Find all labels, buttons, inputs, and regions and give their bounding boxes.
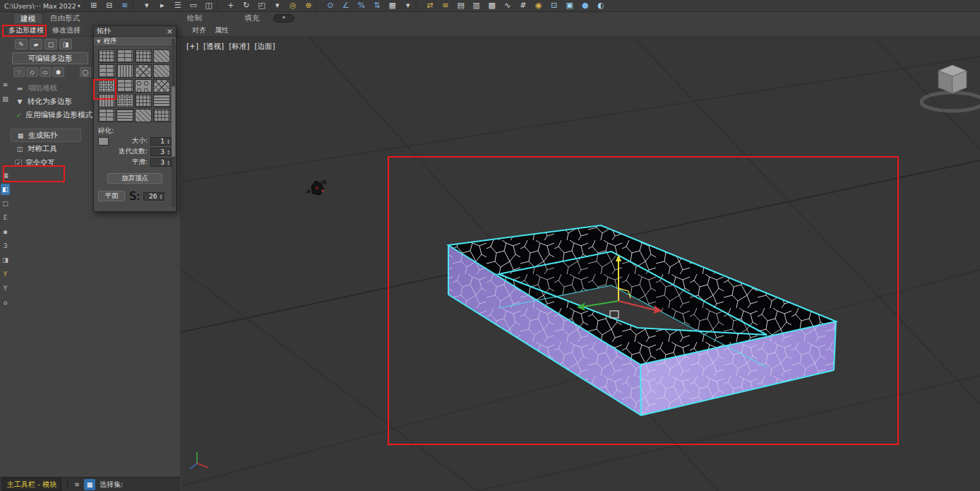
chevron-down-icon[interactable]: ▾ (78, 3, 80, 9)
render-production-icon[interactable]: ● (578, 0, 593, 11)
topology-pattern-tile-7[interactable] (135, 64, 152, 78)
angle-snap-icon[interactable]: ∠ (338, 0, 354, 11)
vertex-mode-button[interactable]: ∵ (13, 67, 25, 77)
file-path[interactable]: C:\Users\··· Max 2022 (0, 2, 78, 10)
tab-modeling[interactable]: 建模 (13, 13, 43, 23)
topology-panel-titlebar[interactable]: 拓扑 × (94, 26, 176, 37)
ribbon-options-button[interactable]: ▾ (273, 14, 294, 23)
procedures-section-header[interactable]: ▼ 程序 (94, 37, 176, 47)
spinner-snap-icon[interactable]: ⇅ (369, 0, 385, 11)
topology-pattern-tile-6[interactable] (116, 64, 133, 78)
topology-pattern-tile-20[interactable] (153, 109, 170, 122)
topology-pattern-tile-10[interactable] (116, 79, 133, 93)
debris-object[interactable] (306, 179, 327, 195)
unlink-selection-icon[interactable]: ⊟ (102, 0, 117, 11)
render-iterative-icon[interactable]: ◐ (593, 0, 609, 11)
select-and-link-icon[interactable]: ⊞ (86, 0, 102, 11)
convert-to-poly-item[interactable]: ▼ 转化为多边形 (11, 95, 92, 108)
named-sets-dropdown-icon[interactable]: ▾ (400, 0, 416, 11)
viewport-standard-menu[interactable]: [标准] (229, 42, 249, 52)
viewport-general-menu[interactable]: [+] (186, 42, 198, 52)
generate-topology-item[interactable]: ▦ 生成拓扑 (11, 129, 81, 142)
align-icon[interactable]: ≡ (438, 0, 453, 11)
symmetry-tools-item[interactable]: ◫ 对称工具 (11, 142, 92, 155)
topology-scrollbar[interactable] (172, 39, 175, 207)
toolbar-separator[interactable]: ▏ (133, 0, 139, 11)
spinner-arrows-icon[interactable]: ▴▾ (166, 149, 171, 155)
polygon-mode-button[interactable]: ⬟ (52, 67, 64, 77)
panel-tab-align[interactable]: 对齐 (188, 24, 210, 37)
grid-display-icon[interactable]: ▦ (1, 170, 10, 181)
topology-pattern-tile-3[interactable] (135, 49, 152, 63)
topology-pattern-tile-11[interactable] (135, 79, 152, 93)
editable-poly-dropdown[interactable]: 可编辑多边形 (12, 52, 88, 64)
snaps-toggle-icon[interactable]: ⊙ (323, 0, 338, 11)
select-and-rotate-icon[interactable]: ↻ (239, 0, 254, 11)
spinner-arrows-icon[interactable]: ▴▾ (166, 138, 171, 144)
percent-snap-icon[interactable]: % (354, 0, 369, 11)
topology-pattern-tile-18[interactable] (116, 109, 133, 122)
spinner-arrows-icon[interactable]: ▴▾ (159, 194, 164, 199)
viewport-pov-menu[interactable]: [透视] (203, 42, 224, 52)
marker-tool-button[interactable]: ▰ (30, 39, 42, 49)
plane-button[interactable]: 平面 (98, 191, 125, 201)
topology-pattern-tile-8[interactable] (153, 64, 170, 78)
bind-to-space-warp-icon[interactable]: ≋ (117, 0, 133, 11)
ribbon-toggle-icon[interactable]: ▩ (484, 0, 500, 11)
topology-pattern-tile-15[interactable] (135, 94, 152, 107)
schematic-view-icon[interactable]: # (515, 0, 531, 11)
border-mode-button[interactable]: ▭ (40, 67, 51, 77)
topology-pattern-tile-12[interactable] (153, 79, 170, 93)
panel-tab-polygon-modeling[interactable]: 多边形建模 (4, 24, 48, 37)
use-pivot-center-icon[interactable]: ◎ (285, 0, 301, 11)
discard-vertices-button[interactable]: 放弃顶点 (107, 173, 162, 184)
active-tool-icon[interactable]: ◧ (1, 184, 10, 195)
smooth-spinner[interactable]: 3 ▴▾ (150, 158, 172, 167)
topology-pattern-tile-14[interactable] (116, 94, 133, 107)
edge-mode-button[interactable]: ◇ (26, 67, 37, 77)
topology-pattern-tile-16[interactable] (153, 94, 170, 107)
edit-selection-sets-icon[interactable]: ▦ (385, 0, 400, 11)
collapse-stack-item[interactable]: ▬ 塌陷堆栈 (11, 81, 92, 95)
toolbar-title[interactable]: 主工具栏 - 模块 (2, 478, 61, 491)
viewport-canvas[interactable] (181, 37, 980, 491)
tab-object-paint[interactable]: 绘制 (180, 13, 209, 23)
select-region-icon[interactable]: ▭ (186, 0, 201, 11)
toolbar-separator[interactable]: ▏ (217, 0, 223, 11)
full-interactivity-checkbox[interactable]: ✓ 完全交互 (11, 157, 92, 170)
viewcube-ring[interactable] (921, 93, 980, 111)
element-mode-button[interactable]: ◯ (80, 67, 91, 77)
toolbar-separator[interactable]: ▏ (416, 0, 422, 11)
iterations-spinner[interactable]: 3 ▴▾ (150, 148, 172, 156)
toolbar-anchor-icon[interactable]: ≋ (71, 479, 83, 490)
view-cube[interactable] (921, 65, 980, 111)
size-spinner[interactable]: 1 ▴▾ (150, 137, 172, 146)
element-e-icon[interactable]: E (1, 212, 10, 223)
pencil-tool-button[interactable]: ✎ (15, 39, 28, 49)
topology-pattern-tile-9[interactable] (98, 79, 115, 93)
spinner-arrows-icon[interactable]: ▴▾ (166, 160, 171, 165)
select-object-icon[interactable]: ▸ (155, 0, 170, 11)
topology-pattern-tile-2[interactable] (116, 49, 133, 63)
panel-tab-modify-selection[interactable]: 修改选择 (48, 24, 85, 37)
toolbar-separator[interactable]: ▏ (316, 0, 323, 11)
scene-explorer-icon[interactable]: ▥ (469, 0, 484, 11)
square-swatch-button[interactable]: □ (44, 39, 57, 49)
rendered-frame-icon[interactable]: ▣ (562, 0, 578, 11)
home-icon[interactable]: ⌂ (1, 297, 10, 308)
square-tool-icon[interactable]: □ (1, 198, 10, 209)
select-and-manipulate-icon[interactable]: ⊕ (301, 0, 316, 11)
notes-list-icon[interactable]: ≡ (1, 79, 10, 90)
curve-editor-icon[interactable]: ∿ (500, 0, 515, 11)
select-and-scale-icon[interactable]: ◰ (254, 0, 270, 11)
reference-coordinate-dropdown-icon[interactable]: ▾ (270, 0, 285, 11)
perspective-viewport[interactable]: [+][透视][标准][边面] (181, 37, 980, 491)
layer-explorer-icon[interactable]: ▤ (453, 0, 469, 11)
eraser-icon[interactable]: ▨ (1, 93, 10, 105)
tab-populate[interactable]: 填充 (237, 13, 266, 23)
window-crossing-icon[interactable]: ◫ (201, 0, 217, 11)
select-and-move-icon[interactable]: + (223, 0, 239, 11)
solid-square-icon[interactable]: ▪ (1, 226, 10, 237)
topology-pattern-tile-19[interactable] (135, 109, 152, 122)
topology-pattern-tile-17[interactable] (98, 109, 115, 122)
